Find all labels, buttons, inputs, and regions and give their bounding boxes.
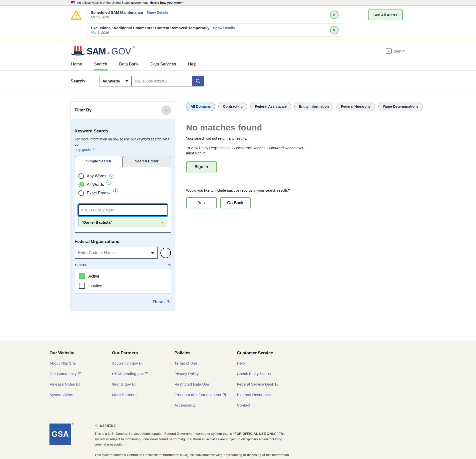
- go-back-button[interactable]: Go Back: [220, 197, 251, 208]
- sign-in-button[interactable]: Sign In: [186, 161, 217, 172]
- search-submit-button[interactable]: [192, 76, 204, 86]
- sam-gov-logo[interactable]: ★★★ SAM ★ GOV ®: [71, 45, 135, 57]
- footer-link-accessibility[interactable]: Accessibility: [174, 403, 237, 408]
- see-all-alerts-button[interactable]: See All Alerts: [368, 9, 403, 20]
- domain-tab-federal-assistance[interactable]: Federal Assistance: [250, 102, 291, 111]
- status-section-header[interactable]: Status: [75, 263, 171, 267]
- alert-show-details-link[interactable]: Show Details: [146, 10, 168, 14]
- filter-by-title: Filter By: [75, 108, 92, 113]
- caret-down-icon: [151, 252, 154, 254]
- footer-link-system-alerts[interactable]: System Alerts: [49, 393, 112, 397]
- footer-link-external-resources[interactable]: External Resources: [237, 393, 299, 397]
- external-link-icon: ↗: [132, 383, 135, 386]
- alerts-section: Scheduled SAM Maintenance Show Details M…: [0, 6, 476, 40]
- sign-in-link[interactable]: ← Sign In: [386, 48, 406, 54]
- footer-link-contact[interactable]: Contact: [237, 403, 299, 408]
- chevron-up-icon: [168, 264, 171, 267]
- footer-heading: Our Partners: [112, 351, 174, 356]
- domain-tab-federal-hierarchy[interactable]: Federal Hierarchy: [337, 102, 375, 111]
- footer-link-acquisition-gov[interactable]: Acquisition.gov↗: [112, 361, 174, 366]
- footer-link-restricted-data-use[interactable]: Restricted Data Use: [174, 382, 237, 387]
- footer-link-release-notes[interactable]: Release Notes↗: [49, 382, 112, 387]
- nav-item-home[interactable]: Home: [71, 59, 83, 70]
- checkbox-inactive[interactable]: [79, 283, 85, 289]
- close-icon: ✕: [333, 12, 336, 17]
- alert-card-maintenance: Scheduled SAM Maintenance Show Details M…: [86, 8, 342, 21]
- close-alert-button[interactable]: ✕: [330, 26, 339, 34]
- logo-gov-text: GOV: [111, 46, 131, 57]
- nav-item-search[interactable]: Search: [94, 59, 108, 70]
- footer-column-customer-service: Customer Service Help Check Entity Statu…: [237, 351, 299, 414]
- footer-link-privacy-policy[interactable]: Privacy Policy: [174, 372, 237, 376]
- info-icon[interactable]: i: [113, 188, 118, 193]
- more-options-button[interactable]: •••: [160, 248, 171, 258]
- yes-button[interactable]: Yes: [186, 197, 217, 208]
- radio-label: Exact Phrase: [87, 191, 111, 195]
- federal-org-select[interactable]: Enter Code or Name: [75, 247, 158, 259]
- external-link-icon: ↗: [145, 372, 148, 375]
- external-link-icon: ↗: [139, 362, 142, 365]
- keyword-search-input[interactable]: [78, 204, 167, 216]
- radio-all-words[interactable]: [78, 182, 84, 187]
- warning-title: WARNING: [100, 424, 116, 428]
- footer-heading: Our Website: [49, 351, 112, 356]
- footer-link-about-this-site[interactable]: About This Site: [49, 361, 112, 366]
- tab-search-editor[interactable]: Search Editor: [123, 156, 171, 166]
- search-input[interactable]: [132, 76, 192, 86]
- no-results-message: Your search did not return any results.: [186, 136, 423, 140]
- heres-how-you-know-link[interactable]: Here's how you know▾: [150, 1, 183, 4]
- footer-link-help[interactable]: Help: [237, 361, 299, 366]
- footer-link-federal-service-desk[interactable]: Federal Service Desk↗: [237, 382, 299, 387]
- filter-panel: Filter By − Keyword Search For more info…: [71, 102, 175, 311]
- footer-link-foia[interactable]: Freedom of Information Act↗: [174, 393, 237, 397]
- include-inactive-question: Would you like to include inactive recor…: [186, 188, 423, 192]
- domain-tab-contracting[interactable]: Contracting: [218, 102, 247, 111]
- help-guide-link[interactable]: help guide ↗: [75, 148, 95, 152]
- collapse-filters-button[interactable]: −: [161, 105, 171, 115]
- radio-label: Any Words: [87, 174, 106, 178]
- checkbox-label: Inactive: [88, 284, 102, 288]
- close-icon: ✕: [333, 28, 336, 32]
- gsa-registered-mark: ®: [72, 423, 73, 425]
- footer-link-check-entity-status[interactable]: Check Entity Status: [237, 372, 299, 376]
- domain-tab-entity-information[interactable]: Entity Information: [294, 102, 333, 111]
- footer-link-terms-of-use[interactable]: Terms of Use: [174, 361, 237, 366]
- chevron-down-icon: ▾: [182, 1, 183, 4]
- radio-any-words[interactable]: [78, 173, 84, 179]
- external-link-icon: ↗: [92, 148, 95, 151]
- simple-search-panel: Any Words i All Words i Exact Phrase i: [75, 166, 171, 233]
- external-link-icon: ↗: [275, 383, 278, 386]
- nav-item-data-services[interactable]: Data Services: [150, 59, 177, 70]
- external-link-icon: ↗: [223, 393, 226, 396]
- footer-column-policies: Policies Terms of Use Privacy Policy Res…: [174, 351, 237, 414]
- search-label: Search: [71, 79, 85, 84]
- radio-exact-phrase[interactable]: [78, 190, 84, 196]
- close-alert-button[interactable]: ✕: [330, 10, 339, 19]
- sam-gov-search-page: An official website of the United States…: [0, 0, 476, 459]
- alert-show-details-link[interactable]: Show Details: [213, 26, 235, 30]
- sign-in-required-message: To view Entity Registrations, Subcontrac…: [186, 145, 311, 156]
- checkbox-active[interactable]: ✓: [79, 273, 85, 279]
- search-mode-select[interactable]: All Words: [99, 76, 132, 86]
- footer-heading: Customer Service: [237, 351, 299, 356]
- keyword-search-heading: Keyword Search: [75, 129, 171, 134]
- radio-label: All Words: [87, 182, 104, 187]
- site-footer: Our Website About This Site Our Communit…: [0, 341, 476, 459]
- footer-link-usaspending-gov[interactable]: USASpending.gov↗: [112, 372, 174, 376]
- info-icon[interactable]: i: [106, 180, 111, 185]
- domain-tab-all-domains[interactable]: All Domains: [186, 102, 215, 111]
- reset-filters-link[interactable]: Reset ↻: [75, 299, 171, 305]
- nav-item-help[interactable]: Help: [188, 59, 197, 70]
- info-icon[interactable]: i: [109, 174, 114, 179]
- footer-link-more-partners[interactable]: More Partners: [112, 393, 174, 397]
- nav-item-data-bank[interactable]: Data Bank: [119, 59, 139, 70]
- footer-link-grants-gov[interactable]: Grants.gov↗: [112, 382, 174, 387]
- gov-banner: An official website of the United States…: [0, 0, 476, 6]
- warning-paragraph-1: This is a U.S. General Services Administ…: [94, 431, 294, 447]
- remove-chip-icon[interactable]: ×: [162, 220, 164, 224]
- tab-simple-search[interactable]: Simple Search: [75, 156, 123, 167]
- domain-tab-wage-determinations[interactable]: Wage Determinations: [378, 102, 423, 111]
- alert-card-exclusions: Exclusions “Additional Comments” Content…: [86, 23, 342, 37]
- alert-title: Exclusions “Additional Comments” Content…: [91, 26, 210, 30]
- footer-link-our-community[interactable]: Our Community↗: [49, 372, 112, 376]
